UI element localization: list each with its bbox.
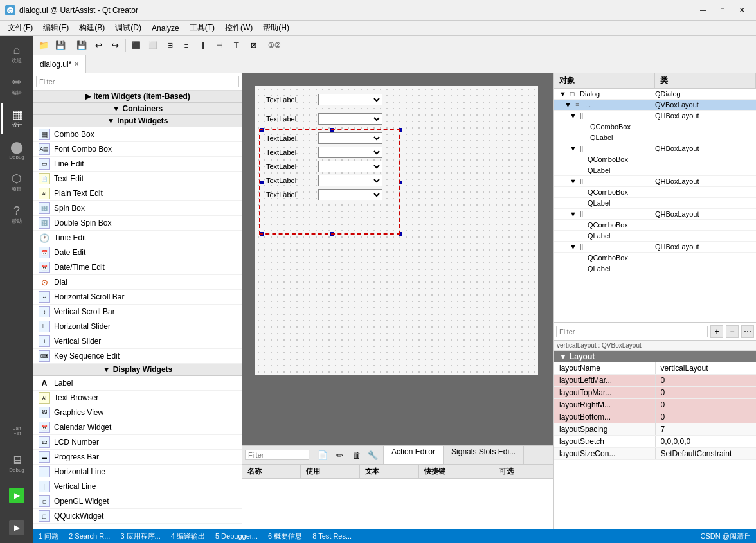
status-debugger[interactable]: 5 Debugger... (215, 532, 258, 540)
widget-group-display[interactable]: ▼ Display Widgets (33, 364, 242, 376)
widget-label[interactable]: A Label (33, 376, 242, 391)
widget-h-slider[interactable]: ⊢ Horizontal Slider (33, 319, 242, 334)
menu-item-e[interactable]: 编辑(E) (38, 21, 74, 35)
canvas-combo-5[interactable] (318, 161, 382, 172)
toolbar-btn-2[interactable]: 💾 (53, 38, 68, 53)
widget-h-line[interactable]: ─ Horizontal Line (33, 465, 242, 479)
canvas-combo-1[interactable] (318, 94, 382, 105)
activity-debug[interactable]: ⬤ Debug (1, 135, 32, 166)
tab-signals-slots[interactable]: Signals Slots Edi... (444, 446, 524, 464)
widget-graphics-view[interactable]: 🖼 Graphics View (33, 405, 242, 420)
tree-row-combo3[interactable]: QComboBox (554, 187, 756, 198)
widget-time-edit[interactable]: 🕐 Time Edit (33, 231, 242, 245)
layout-v-btn[interactable]: ⬜ (145, 38, 161, 53)
action-edit-btn[interactable]: ✏ (332, 447, 347, 463)
widget-opengl[interactable]: ◻ OpenGL Widget (33, 494, 242, 509)
widget-calendar[interactable]: 📅 Calendar Widget (33, 420, 242, 435)
widget-v-scroll[interactable]: ↕ Vertical Scroll Bar (33, 305, 242, 319)
widget-spin-box[interactable]: 🔢 Spin Box (33, 201, 242, 216)
menu-item-t[interactable]: 工具(T) (184, 21, 220, 35)
maximize-button[interactable]: □ (714, 4, 732, 17)
tree-row-hbox5[interactable]: ▼ ||| QHBoxLayout (554, 242, 756, 253)
tree-row-combo4[interactable]: QComboBox (554, 220, 756, 231)
canvas-combo-4[interactable] (318, 147, 382, 158)
widget-font-combo-box[interactable]: A▤ Font Combo Box (33, 142, 242, 157)
expand-vbox[interactable]: ▼ (564, 101, 572, 109)
file-tab[interactable]: dialog.ui* ✕ (33, 55, 86, 73)
minimize-button[interactable]: — (694, 4, 712, 17)
layout-hsp-btn[interactable]: ⊣ (212, 38, 228, 53)
close-button[interactable]: ✕ (733, 4, 751, 17)
canvas-combo-7[interactable] (318, 189, 382, 200)
action-filter-input[interactable] (245, 450, 309, 460)
widget-plain-text-edit[interactable]: AI Plain Text Edit (33, 186, 242, 201)
layout-vsp-btn[interactable]: ⊤ (229, 38, 244, 53)
activity-build[interactable]: ▶ (1, 512, 32, 543)
menu-item-analyze[interactable]: Analyze (147, 22, 184, 34)
tree-row-combo1[interactable]: QComboBox (554, 121, 756, 132)
tree-row-combo2[interactable]: QComboBox (554, 154, 756, 165)
toolbar-btn-1[interactable]: 📁 (36, 38, 51, 53)
status-compile[interactable]: 4 编译输出 (171, 531, 205, 541)
expand-hbox2[interactable]: ▼ (570, 145, 577, 152)
status-problems[interactable]: 1 问题 (39, 531, 59, 541)
menu-item-b[interactable]: 构建(B) (74, 21, 110, 35)
widget-group-item-widgets[interactable]: ▶ Item Widgets (Item-Based) (33, 91, 242, 103)
prop-remove-btn[interactable]: − (726, 325, 739, 338)
widget-combo-box[interactable]: ▤ Combo Box (33, 127, 242, 142)
widget-text-browser[interactable]: AI Text Browser (33, 391, 242, 405)
widget-progress-bar[interactable]: ▬ Progress Bar (33, 450, 242, 465)
layout-vbox-btn[interactable]: ∥ (195, 38, 211, 53)
toolbar-btn-fwd[interactable]: ↪ (107, 38, 123, 53)
expand-dialog[interactable]: ▼ (559, 90, 567, 98)
tree-row-label2[interactable]: QLabel (554, 165, 756, 176)
tab-close-button[interactable]: ✕ (74, 60, 79, 67)
widget-group-input[interactable]: ▼ Input Widgets (33, 115, 242, 127)
tree-row-label1[interactable]: QLabel (554, 132, 756, 143)
tree-row-hbox2[interactable]: ▼ ||| QHBoxLayout (554, 143, 756, 154)
activity-project[interactable]: ⬡ 项目 (1, 167, 32, 198)
prop-add-btn[interactable]: + (710, 325, 723, 338)
tree-row-hbox1[interactable]: ▼ ||| QHBoxLayout (554, 111, 756, 121)
activity-welcome[interactable]: ⌂ 欢迎 (1, 39, 32, 69)
widget-group-containers[interactable]: ▼ Containers (33, 103, 242, 115)
widget-text-edit[interactable]: 📄 Text Edit (33, 172, 242, 186)
widget-double-spin-box[interactable]: 🔢 Double Spin Box (33, 216, 242, 231)
tree-row-hbox3[interactable]: ▼ ||| QHBoxLayout (554, 176, 756, 187)
prop-more-btn[interactable]: ⋯ (741, 325, 754, 338)
layout-hbox-btn[interactable]: ≡ (179, 38, 194, 53)
status-app[interactable]: 3 应用程序... (120, 531, 160, 541)
menu-item-w[interactable]: 控件(W) (220, 21, 258, 35)
status-search[interactable]: 2 Search R... (69, 532, 110, 540)
activity-design[interactable]: ▦ 设计 (1, 103, 32, 134)
action-delete-btn[interactable]: 🗑 (348, 447, 364, 463)
widget-qquick[interactable]: ▢ QQuickWidget (33, 509, 242, 524)
tree-row-combo5[interactable]: QComboBox (554, 253, 756, 263)
activity-run[interactable]: ▶ (1, 480, 32, 511)
prop-filter-input[interactable] (556, 326, 708, 337)
tree-row-vbox[interactable]: ▼ ≡ ... QVBoxLayout (554, 100, 756, 111)
toolbar-btn-back[interactable]: ↩ (91, 38, 106, 53)
widget-date-edit[interactable]: 📅 Date Edit (33, 245, 242, 260)
activity-debug2[interactable]: 🖥 Debug (1, 448, 32, 479)
activity-help[interactable]: ? 帮助 (1, 199, 32, 230)
widget-filter-input[interactable] (36, 76, 239, 87)
tree-row-hbox4[interactable]: ▼ ||| QHBoxLayout (554, 209, 756, 220)
widget-datetime-edit[interactable]: 📅 Date/Time Edit (33, 260, 242, 275)
menu-item-f[interactable]: 文件(F) (3, 21, 38, 35)
activity-uart[interactable]: Uart···ist (1, 416, 32, 447)
tree-row-label4[interactable]: QLabel (554, 231, 756, 242)
widget-v-slider[interactable]: ⊥ Vertical Slider (33, 334, 242, 349)
tree-row-label3[interactable]: QLabel (554, 198, 756, 209)
canvas-wrapper[interactable]: TextLabel TextLabel (242, 73, 554, 445)
canvas-combo-6[interactable] (318, 175, 382, 186)
widget-v-line[interactable]: │ Vertical Line (33, 479, 242, 494)
layout-break-btn[interactable]: ⊠ (246, 38, 261, 53)
widget-dial[interactable]: ⊙ Dial (33, 275, 242, 290)
layout-grid-btn[interactable]: ⊞ (162, 38, 177, 53)
canvas-combo-2[interactable] (318, 113, 382, 125)
widget-key-sequence[interactable]: ⌨ Key Sequence Edit (33, 349, 242, 364)
widget-line-edit[interactable]: ▭ Line Edit (33, 157, 242, 172)
design-canvas[interactable]: TextLabel TextLabel (255, 86, 538, 375)
status-summary[interactable]: 6 概要信息 (268, 531, 302, 541)
